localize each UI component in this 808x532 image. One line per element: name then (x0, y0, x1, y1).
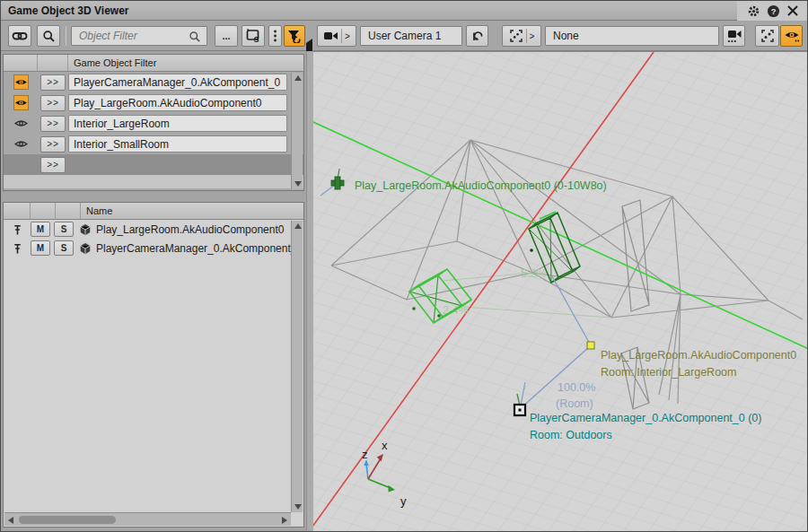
svg-text:S: S (253, 35, 259, 44)
filter-header-send-col (38, 55, 68, 71)
search-button[interactable] (37, 25, 60, 47)
follow-object-field[interactable] (545, 26, 719, 46)
send-to-watch-button[interactable]: >> (40, 157, 66, 173)
focus-object-button[interactable]: > (502, 25, 541, 47)
filter-new-row-selected[interactable]: >> (4, 154, 303, 175)
visibility-eye-icon[interactable] (13, 116, 29, 131)
game-sync-button[interactable]: S (242, 25, 265, 47)
filter-table-vscrollbar[interactable] (291, 73, 303, 189)
send-to-watch-button[interactable]: >> (40, 136, 66, 153)
filter-row[interactable]: >> Play_LargeRoom.AkAudioComponent0 (4, 92, 303, 113)
watch-name: Play_LargeRoom.AkAudioComponent0 (96, 223, 303, 236)
follow-camera-button[interactable] (723, 25, 745, 47)
viewport-3d-canvas[interactable]: 2.4% 5.2% (313, 51, 808, 532)
send-to-watch-button[interactable]: >> (40, 74, 66, 91)
vertical-panel-splitter[interactable] (306, 51, 313, 532)
listener-room-label: Room: Outdoors (530, 429, 612, 441)
video-camera-icon (323, 31, 338, 41)
visibility-eye-icon[interactable] (13, 74, 29, 90)
object-filter-field[interactable] (71, 26, 207, 46)
emitter-label: Play_LargeRoom.AkAudioComponent0 (0-10W8… (355, 179, 607, 192)
watch-header-solo-col (56, 203, 81, 219)
filter-name-field[interactable]: Play_LargeRoom.AkAudioComponent0 (68, 94, 287, 111)
pin-icon[interactable] (4, 242, 31, 255)
filter-row[interactable]: >> PlayerCameraManager_0.AkComponent_0 (4, 72, 303, 92)
game-object-cube-icon (77, 242, 93, 255)
mute-button[interactable]: M (31, 222, 50, 237)
watch-header-mute-col (31, 203, 56, 219)
ellipsis-label: ... (222, 31, 230, 41)
watch-row[interactable]: M S PlayerCameraManager_0.AkComponent_0 (4, 239, 303, 257)
filter-name-field[interactable]: PlayerCameraManager_0.AkComponent_0 (68, 74, 287, 91)
show-all-eye-button[interactable] (780, 25, 803, 47)
frame-all-button[interactable] (755, 25, 779, 47)
solo-button[interactable]: S (54, 240, 74, 256)
watch-table-header: Name (4, 203, 303, 220)
game-object-filter-table: Game Object Filter >> PlayerCameraManage… (3, 54, 304, 191)
scroll-up-arrow[interactable] (292, 73, 303, 83)
watch-list-empty-area (4, 257, 291, 512)
focus-expand-label: > (530, 31, 535, 41)
watch-header-name-col: Name (81, 203, 303, 219)
toolbar-separator (66, 26, 66, 46)
focus-target-icon (509, 29, 523, 43)
window-title: Game Object 3D Viewer (8, 4, 129, 17)
listener-marker (514, 405, 525, 415)
title-bar-buttons: ? (737, 1, 807, 21)
filter-table-header: Game Object Filter (4, 55, 303, 72)
left-panel: Game Object Filter >> PlayerCameraManage… (1, 51, 306, 532)
watch-row[interactable]: M S Play_LargeRoom.AkAudioComponent0 (4, 220, 303, 239)
send-to-watch-button[interactable]: >> (40, 116, 66, 132)
title-bar: Game Object 3D Viewer ? (1, 1, 807, 21)
watch-table-vscrollbar[interactable] (291, 221, 303, 512)
settings-gear-icon[interactable] (746, 4, 760, 18)
scroll-down-arrow[interactable] (292, 179, 303, 189)
listener-name-label: PlayerCameraManager_0.AkComponent_0 (0) (530, 412, 761, 424)
scroll-down-arrow[interactable] (292, 501, 303, 512)
toolbar: ... S > > (1, 21, 807, 51)
pin-icon[interactable] (4, 223, 31, 236)
follow-object-input[interactable] (546, 27, 718, 45)
object-filter-input[interactable] (72, 27, 206, 45)
hscroll-thumb[interactable] (19, 516, 116, 524)
watch-table-hscrollbar[interactable] (4, 512, 291, 526)
visibility-eye-icon[interactable] (13, 136, 29, 152)
close-icon[interactable] (786, 4, 800, 18)
search-icon (189, 31, 201, 43)
game-object-3d-viewer-window: Game Object 3D Viewer ? ... (0, 0, 808, 532)
camera-name-input[interactable] (361, 27, 461, 45)
camera-name-field[interactable] (360, 26, 462, 46)
scroll-up-arrow[interactable] (292, 221, 303, 231)
scroll-left-arrow[interactable] (4, 513, 17, 527)
more-menu-kebab-button[interactable] (268, 25, 282, 47)
filter-name-field[interactable]: Interior_LargeRoom (68, 115, 287, 132)
portal-center-percent-label: 5.2% (521, 267, 547, 280)
camera-expand-label: > (345, 31, 350, 41)
axis-y-label: y (400, 494, 407, 508)
emitter2-name-label: Play_LargeRoom.AkAudioComponent0 (601, 349, 796, 362)
filter-row[interactable]: >> Interior_SmallRoom (4, 134, 303, 154)
game-object-cube-icon (77, 223, 93, 236)
send-to-watch-button[interactable]: >> (40, 95, 66, 111)
filter-active-funnel-button[interactable] (284, 25, 305, 47)
link-button[interactable] (8, 25, 31, 47)
watch-header-pin-col (4, 203, 31, 219)
filter-name-field[interactable]: Interior_SmallRoom (68, 135, 287, 153)
watch-list-table: Name M S Play_LargeRoom.AkAudioComponent… (3, 202, 304, 528)
camera-select-button[interactable]: > (317, 25, 356, 47)
solo-button[interactable]: S (54, 222, 74, 237)
visibility-eye-icon[interactable] (13, 95, 29, 110)
filter-table-empty-area (4, 175, 303, 188)
filter-header-name-col: Game Object Filter (68, 55, 303, 71)
axis-x-label: x (382, 439, 388, 452)
filter-row[interactable]: >> Interior_LargeRoom (4, 113, 303, 134)
filter-options-button[interactable]: ... (215, 25, 238, 47)
filter-header-visibility-col (4, 55, 38, 71)
help-icon[interactable]: ? (766, 4, 780, 18)
mute-button[interactable]: M (31, 240, 50, 256)
portal-point-marker (587, 342, 594, 349)
reset-camera-button[interactable] (466, 25, 488, 47)
svg-text:?: ? (770, 7, 776, 16)
scroll-right-arrow[interactable] (278, 513, 291, 527)
emitter2-room-label: Room: Interior_LargeRoom (601, 366, 736, 379)
